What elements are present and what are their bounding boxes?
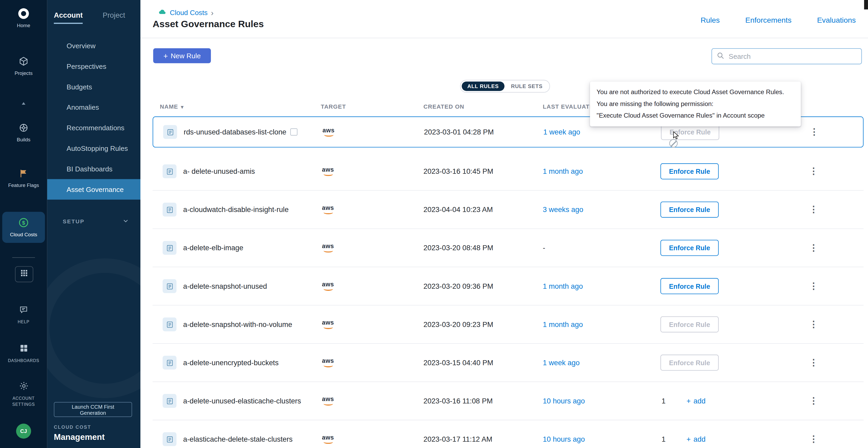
nav-link-enforcements[interactable]: Enforcements	[745, 16, 792, 25]
enforce-rule-button[interactable]: Enforce Rule	[660, 240, 719, 256]
last-evaluation[interactable]: 3 weeks ago	[543, 205, 584, 214]
sidebar-item-perspectives[interactable]: Perspectives	[47, 56, 141, 76]
sidebar-item-asset-governance[interactable]: Asset Governance	[47, 179, 141, 200]
aws-swoosh	[324, 133, 333, 137]
new-rule-button[interactable]: + New Rule	[153, 48, 211, 63]
breadcrumb[interactable]: Cloud Costs ›	[158, 8, 214, 18]
row-checkbox[interactable]	[290, 129, 298, 136]
enforce-rule-button[interactable]: Enforce Rule	[660, 316, 719, 333]
rail-item-cloud-costs[interactable]: $Cloud Costs	[2, 212, 45, 243]
last-evaluation[interactable]: 10 hours ago	[543, 397, 585, 405]
table-row[interactable]: a-elasticache-delete-stale-clustersaws20…	[153, 420, 864, 448]
row-menu-kebab-icon[interactable]: ⋮	[809, 206, 818, 213]
cloud-costs-icon: $	[2, 216, 45, 229]
launch-ccm-button[interactable]: Launch CCM First Generation	[54, 402, 132, 417]
rule-icon	[162, 317, 177, 332]
add-enforcement-link[interactable]: +add	[686, 397, 706, 405]
rail-item-builds[interactable]: Builds	[0, 121, 47, 143]
toggle-all-rules[interactable]: ALL RULES	[462, 81, 504, 91]
tab-project[interactable]: Project	[103, 11, 125, 24]
add-enforcement-link[interactable]: +add	[686, 435, 706, 444]
sidebar-item-budgets[interactable]: Budgets	[47, 76, 141, 97]
help-icon	[0, 303, 47, 316]
rail-item-dashboards[interactable]: DASHBOARDS	[0, 342, 47, 364]
rail-item-label: HELP	[0, 319, 47, 325]
last-evaluation[interactable]: 10 hours ago	[543, 435, 585, 444]
rule-icon	[162, 165, 177, 178]
tab-account[interactable]: Account	[54, 11, 83, 24]
user-avatar[interactable]: CJ	[16, 424, 31, 439]
table-row[interactable]: a-delete-unused-elasticache-clustersaws2…	[153, 382, 864, 420]
sidebar-item-overview[interactable]: Overview	[47, 36, 141, 56]
sidebar-item-autostopping-rules[interactable]: AutoStopping Rules	[47, 138, 141, 159]
rail-item-feature-flags[interactable]: Feature Flags	[0, 166, 47, 188]
table-row[interactable]: a-delete-elb-imageaws2023-03-20 08:48 PM…	[153, 229, 864, 267]
aws-logo-text: aws	[322, 319, 334, 325]
aws-swoosh	[323, 325, 333, 329]
aws-swoosh	[323, 402, 333, 406]
created-on: 2023-03-20 09:36 PM	[424, 282, 493, 290]
rail-item-home[interactable]: Home	[0, 7, 47, 29]
rail-item-projects[interactable]: Projects	[0, 54, 47, 76]
breadcrumb-label[interactable]: Cloud Costs	[170, 9, 208, 16]
enforce-rule-button[interactable]: Enforce Rule	[660, 355, 719, 371]
plus-icon: +	[686, 397, 691, 405]
chevron-right-icon: ›	[211, 8, 214, 18]
row-menu-kebab-icon[interactable]: ⋮	[809, 167, 818, 175]
table-row[interactable]: a-delete-snapshot-unusedaws2023-03-20 09…	[153, 267, 864, 306]
sidebar-item-anomalies[interactable]: Anomalies	[47, 97, 141, 117]
aws-swoosh	[323, 249, 333, 252]
last-evaluation[interactable]: 1 month ago	[543, 167, 583, 176]
aws-logo: aws	[321, 205, 335, 214]
rail-item-help[interactable]: HELP	[0, 303, 47, 325]
rule-name: a-elasticache-delete-stale-clusters	[183, 435, 293, 444]
column-header-name[interactable]: NAME▾	[160, 103, 184, 110]
rail-divider	[12, 257, 35, 258]
enforce-rule-button[interactable]: Enforce Rule	[660, 163, 719, 179]
last-evaluation[interactable]: 1 week ago	[544, 128, 580, 136]
last-evaluation[interactable]: 1 week ago	[543, 358, 580, 367]
setup-label: SETUP	[63, 218, 85, 225]
sidebar-item-recommendations[interactable]: Recommendations	[47, 117, 141, 138]
setup-section-toggle[interactable]: SETUP	[63, 217, 129, 226]
table-row[interactable]: a- delete-unused-amisaws2023-03-16 10:45…	[153, 152, 864, 191]
aws-logo-text: aws	[322, 358, 334, 364]
enforce-rule-button[interactable]: Enforce Rule	[660, 202, 719, 217]
created-on: 2023-03-15 04:40 PM	[424, 358, 493, 367]
table-row[interactable]: a-delete-unencrypted-bucketsaws2023-03-1…	[153, 344, 864, 382]
search-input[interactable]	[727, 52, 857, 61]
rule-name: a-delete-elb-image	[183, 244, 243, 252]
row-menu-kebab-icon[interactable]: ⋮	[809, 435, 818, 443]
cloud-icon	[158, 8, 166, 18]
row-menu-kebab-icon[interactable]: ⋮	[809, 359, 818, 367]
builds-icon	[0, 121, 47, 134]
row-menu-kebab-icon[interactable]: ⋮	[809, 320, 818, 328]
collapse-caret-icon[interactable]	[0, 99, 47, 109]
toggle-rule-sets[interactable]: RULE SETS	[505, 81, 548, 91]
last-evaluation[interactable]: 1 month ago	[543, 320, 583, 329]
row-menu-kebab-icon[interactable]: ⋮	[810, 128, 819, 136]
search-box[interactable]	[712, 48, 862, 64]
nav-link-rules[interactable]: Rules	[701, 16, 720, 25]
search-icon	[716, 51, 724, 62]
row-menu-kebab-icon[interactable]: ⋮	[809, 244, 818, 251]
row-menu-kebab-icon[interactable]: ⋮	[809, 397, 818, 405]
rule-name: a-delete-unencrypted-buckets	[183, 358, 279, 367]
rule-name: a-delete-snapshot-unused	[183, 282, 267, 290]
nav-link-evaluations[interactable]: Evaluations	[817, 16, 856, 25]
add-label: add	[693, 435, 706, 444]
permission-tooltip: You are not authorized to execute Cloud …	[590, 81, 801, 126]
row-menu-kebab-icon[interactable]: ⋮	[809, 282, 818, 290]
rail-item-label: Home	[0, 23, 47, 29]
aws-logo: aws	[321, 167, 335, 176]
mouse-cursor-icon	[672, 131, 681, 142]
module-picker-button[interactable]	[15, 266, 33, 282]
sidebar-watermark	[47, 259, 141, 398]
created-on: 2023-03-17 11:12 AM	[424, 435, 492, 444]
table-row[interactable]: a-cloudwatch-disable-insight-ruleaws2023…	[153, 191, 864, 229]
rail-item-account-settings[interactable]: ACCOUNT SETTINGS	[0, 379, 47, 407]
enforce-rule-button[interactable]: Enforce Rule	[660, 278, 719, 294]
sidebar-item-bi-dashboards[interactable]: BI Dashboards	[47, 159, 141, 179]
table-row[interactable]: a-delete-snapshot-with-no-volumeaws2023-…	[153, 306, 864, 344]
last-evaluation[interactable]: 1 month ago	[543, 282, 583, 290]
